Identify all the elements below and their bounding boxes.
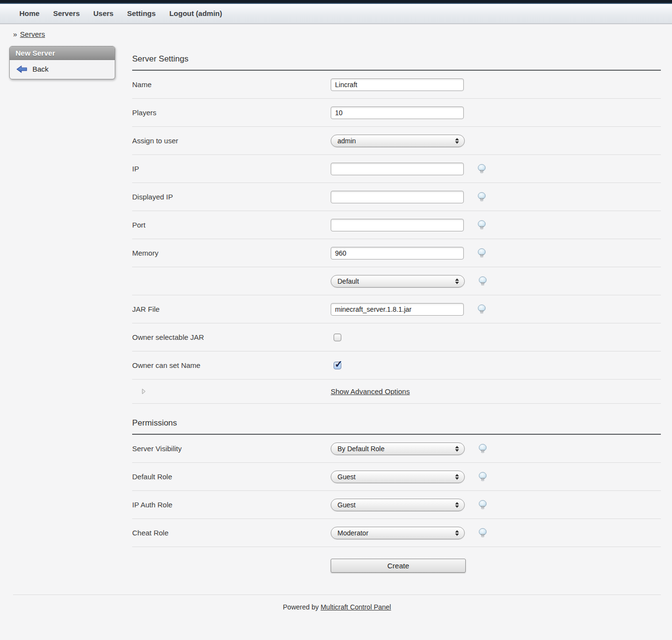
- field-label: Server Visibility: [132, 444, 331, 453]
- bulb-icon[interactable]: [477, 528, 488, 538]
- memory-input[interactable]: [331, 247, 464, 259]
- section-title-server-settings: Server Settings: [132, 54, 661, 71]
- selected-value: Default: [337, 277, 359, 285]
- field-label: Assign to user: [132, 137, 331, 145]
- bulb-icon[interactable]: [477, 500, 488, 510]
- form-row-server-visibility: Server Visibility By Default Role: [132, 435, 661, 463]
- stepper-icon: [455, 530, 459, 536]
- page-body: »Servers New Server Back Server Settings…: [0, 24, 672, 611]
- field-label: Owner selectable JAR: [132, 333, 331, 341]
- nav-item-home[interactable]: Home: [13, 3, 46, 24]
- default-role-select[interactable]: Guest: [331, 471, 465, 483]
- owner-selectable-jar-checkbox[interactable]: [334, 334, 341, 341]
- form-row-assign-to-user: Assign to user admin: [132, 127, 661, 155]
- ip-input[interactable]: [331, 163, 464, 175]
- field-label: JAR File: [132, 305, 331, 313]
- field-label: IP Auth Role: [132, 501, 331, 509]
- main-content: Server Settings Name Players Assign to u…: [132, 54, 661, 575]
- back-arrow-icon: [16, 65, 27, 73]
- form-row-owner-selectable-jar: Owner selectable JAR: [132, 323, 661, 351]
- form-row-default-select: Default: [132, 267, 661, 295]
- selected-value: admin: [337, 137, 356, 145]
- form-row-default-role: Default Role Guest: [132, 463, 661, 491]
- bulb-icon[interactable]: [477, 443, 488, 454]
- field-label: Cheat Role: [132, 529, 331, 537]
- footer: Powered byMulticraft Control Panel: [13, 595, 661, 611]
- nav-item-servers[interactable]: Servers: [46, 3, 87, 24]
- field-label: Owner can set Name: [132, 361, 331, 369]
- bulb-icon[interactable]: [477, 472, 488, 482]
- form-row-name: Name: [132, 71, 661, 99]
- form-row-create: Create: [132, 547, 661, 575]
- field-label: Displayed IP: [132, 193, 331, 201]
- jar-file-input[interactable]: [331, 303, 464, 316]
- selected-value: Moderator: [337, 529, 368, 537]
- players-input[interactable]: [331, 107, 464, 119]
- create-button[interactable]: Create: [331, 559, 466, 573]
- stepper-icon: [455, 502, 459, 508]
- assign-to-user-select[interactable]: admin: [331, 135, 465, 147]
- disclosure-triangle-icon[interactable]: [141, 388, 331, 395]
- back-label: Back: [32, 65, 48, 73]
- name-input[interactable]: [331, 78, 464, 91]
- selected-value: Guest: [337, 501, 355, 509]
- bulb-icon[interactable]: [476, 192, 487, 202]
- form-row-owner-can-set-name: Owner can set Name: [132, 351, 661, 380]
- bulb-icon[interactable]: [476, 220, 487, 230]
- nav-item-settings[interactable]: Settings: [120, 3, 162, 24]
- selected-value: Guest: [337, 473, 355, 481]
- section-title-permissions: Permissions: [132, 418, 661, 435]
- default-select[interactable]: Default: [331, 275, 465, 288]
- sidebar-title: New Server: [10, 46, 115, 60]
- main-nav: Home Servers Users Settings Logout (admi…: [0, 4, 672, 24]
- footer-powered-by-text: Powered by: [283, 603, 319, 611]
- nav-item-logout[interactable]: Logout (admin): [163, 3, 229, 24]
- stepper-icon: [455, 474, 459, 480]
- server-visibility-select[interactable]: By Default Role: [331, 442, 465, 455]
- back-button[interactable]: Back: [10, 63, 115, 75]
- nav-item-users[interactable]: Users: [87, 3, 121, 24]
- sidebar-panel: New Server Back: [9, 46, 115, 79]
- form-row-players: Players: [132, 99, 661, 127]
- field-label: Name: [132, 80, 331, 89]
- form-row-displayed-ip: Displayed IP: [132, 183, 661, 211]
- breadcrumb: »Servers: [13, 24, 661, 44]
- breadcrumb-separator: »: [13, 30, 17, 38]
- cheat-role-select[interactable]: Moderator: [331, 527, 465, 539]
- stepper-icon: [455, 138, 459, 144]
- form-row-cheat-role: Cheat Role Moderator: [132, 519, 661, 547]
- breadcrumb-link-servers[interactable]: Servers: [20, 30, 45, 38]
- form-row-port: Port: [132, 211, 661, 239]
- field-label: Port: [132, 221, 331, 229]
- ip-auth-role-select[interactable]: Guest: [331, 499, 465, 511]
- field-label: Players: [132, 108, 331, 117]
- stepper-icon: [455, 278, 459, 284]
- form-row-advanced-options: Show Advanced Options: [132, 380, 661, 404]
- bulb-icon[interactable]: [477, 276, 488, 286]
- bulb-icon[interactable]: [476, 164, 487, 174]
- bulb-icon[interactable]: [476, 304, 487, 314]
- form-row-memory: Memory: [132, 239, 661, 267]
- sidebar-body: Back: [10, 60, 115, 79]
- show-advanced-options-link[interactable]: Show Advanced Options: [331, 387, 410, 396]
- field-label: Default Role: [132, 472, 331, 481]
- footer-multicraft-link[interactable]: Multicraft Control Panel: [321, 603, 391, 611]
- field-label: Memory: [132, 249, 331, 257]
- form-row-jar-file: JAR File: [132, 295, 661, 323]
- port-input[interactable]: [331, 219, 464, 231]
- form-row-ip-auth-role: IP Auth Role Guest: [132, 491, 661, 519]
- displayed-ip-input[interactable]: [331, 191, 464, 203]
- stepper-icon: [455, 446, 459, 452]
- field-label: IP: [132, 165, 331, 173]
- owner-can-set-name-checkbox[interactable]: [334, 362, 341, 369]
- selected-value: By Default Role: [337, 445, 384, 453]
- bulb-icon[interactable]: [476, 248, 487, 258]
- form-row-ip: IP: [132, 155, 661, 183]
